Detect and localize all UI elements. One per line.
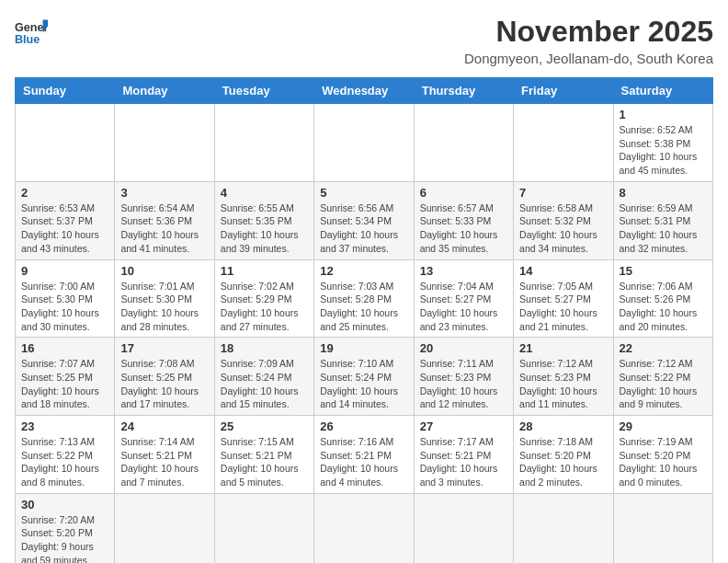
table-row: 23Sunrise: 7:13 AM Sunset: 5:22 PM Dayli…: [16, 416, 115, 494]
day-number: 15: [620, 264, 707, 278]
calendar-week-row: 9Sunrise: 7:00 AM Sunset: 5:30 PM Daylig…: [16, 259, 713, 338]
table-row: [314, 104, 414, 182]
table-row: 15Sunrise: 7:06 AM Sunset: 5:26 PM Dayli…: [613, 259, 712, 338]
day-info: Sunrise: 7:16 AM Sunset: 5:21 PM Dayligh…: [320, 435, 407, 489]
day-info: Sunrise: 6:58 AM Sunset: 5:32 PM Dayligh…: [519, 201, 607, 256]
table-row: 9Sunrise: 7:00 AM Sunset: 5:30 PM Daylig…: [16, 259, 115, 338]
calendar-week-row: 1Sunrise: 6:52 AM Sunset: 5:38 PM Daylig…: [16, 104, 713, 182]
day-info: Sunrise: 7:18 AM Sunset: 5:20 PM Dayligh…: [519, 435, 607, 489]
table-row: [514, 104, 613, 182]
col-sunday: Sunday: [16, 78, 115, 104]
day-info: Sunrise: 7:03 AM Sunset: 5:28 PM Dayligh…: [320, 280, 407, 334]
day-number: 1: [620, 108, 707, 121]
day-number: 6: [420, 186, 507, 200]
table-row: [514, 493, 613, 563]
day-info: Sunrise: 6:53 AM Sunset: 5:37 PM Dayligh…: [21, 201, 108, 256]
day-info: Sunrise: 7:17 AM Sunset: 5:21 PM Dayligh…: [420, 435, 507, 489]
table-row: 10Sunrise: 7:01 AM Sunset: 5:30 PM Dayli…: [115, 259, 214, 338]
table-row: 30Sunrise: 7:20 AM Sunset: 5:20 PM Dayli…: [16, 493, 115, 563]
calendar-week-row: 16Sunrise: 7:07 AM Sunset: 5:25 PM Dayli…: [16, 338, 713, 416]
day-info: Sunrise: 7:15 AM Sunset: 5:21 PM Dayligh…: [221, 435, 308, 489]
table-row: 26Sunrise: 7:16 AM Sunset: 5:21 PM Dayli…: [314, 416, 414, 494]
table-row: 11Sunrise: 7:02 AM Sunset: 5:29 PM Dayli…: [214, 259, 313, 338]
table-row: 5Sunrise: 6:56 AM Sunset: 5:34 PM Daylig…: [314, 181, 414, 259]
day-number: 28: [519, 419, 607, 433]
day-number: 14: [519, 264, 607, 278]
day-info: Sunrise: 7:20 AM Sunset: 5:20 PM Dayligh…: [21, 513, 108, 563]
day-number: 9: [21, 264, 108, 278]
day-number: 8: [620, 186, 707, 200]
svg-text:Blue: Blue: [15, 33, 40, 46]
day-number: 22: [620, 341, 707, 355]
day-number: 29: [620, 419, 707, 433]
logo-icon: General Blue: [15, 15, 48, 48]
table-row: 24Sunrise: 7:14 AM Sunset: 5:21 PM Dayli…: [115, 416, 214, 494]
table-row: 1Sunrise: 6:52 AM Sunset: 5:38 PM Daylig…: [613, 104, 712, 182]
day-number: 27: [420, 419, 507, 433]
day-number: 16: [21, 341, 108, 355]
table-row: 27Sunrise: 7:17 AM Sunset: 5:21 PM Dayli…: [414, 416, 513, 494]
day-info: Sunrise: 7:00 AM Sunset: 5:30 PM Dayligh…: [21, 280, 108, 334]
day-number: 18: [221, 341, 308, 355]
day-number: 5: [320, 186, 407, 200]
table-row: 7Sunrise: 6:58 AM Sunset: 5:32 PM Daylig…: [514, 181, 613, 259]
day-info: Sunrise: 6:59 AM Sunset: 5:31 PM Dayligh…: [620, 201, 707, 256]
day-number: 24: [120, 419, 208, 433]
day-number: 21: [519, 341, 607, 355]
table-row: [214, 493, 313, 563]
day-info: Sunrise: 7:08 AM Sunset: 5:25 PM Dayligh…: [120, 357, 208, 411]
col-saturday: Saturday: [613, 78, 712, 104]
day-number: 7: [519, 186, 607, 200]
table-row: 6Sunrise: 6:57 AM Sunset: 5:33 PM Daylig…: [414, 181, 513, 259]
day-info: Sunrise: 7:19 AM Sunset: 5:20 PM Dayligh…: [620, 435, 707, 489]
day-info: Sunrise: 7:02 AM Sunset: 5:29 PM Dayligh…: [221, 280, 308, 334]
calendar-table: Sunday Monday Tuesday Wednesday Thursday…: [15, 77, 713, 563]
col-wednesday: Wednesday: [314, 78, 414, 104]
day-info: Sunrise: 7:05 AM Sunset: 5:27 PM Dayligh…: [519, 280, 607, 334]
day-number: 11: [221, 264, 308, 278]
day-number: 10: [120, 264, 208, 278]
table-row: 22Sunrise: 7:12 AM Sunset: 5:22 PM Dayli…: [613, 338, 712, 416]
table-row: 2Sunrise: 6:53 AM Sunset: 5:37 PM Daylig…: [16, 181, 115, 259]
day-info: Sunrise: 7:07 AM Sunset: 5:25 PM Dayligh…: [21, 357, 108, 411]
day-number: 4: [221, 186, 308, 200]
table-row: 8Sunrise: 6:59 AM Sunset: 5:31 PM Daylig…: [613, 181, 712, 259]
header-row: Sunday Monday Tuesday Wednesday Thursday…: [16, 78, 713, 104]
day-info: Sunrise: 7:06 AM Sunset: 5:26 PM Dayligh…: [620, 280, 707, 334]
table-row: [314, 493, 414, 563]
location-subtitle: Dongmyeon, Jeollanam-do, South Korea: [464, 51, 713, 66]
logo: General Blue: [15, 15, 50, 48]
table-row: [613, 493, 712, 563]
table-row: 3Sunrise: 6:54 AM Sunset: 5:36 PM Daylig…: [115, 181, 214, 259]
day-number: 12: [320, 264, 407, 278]
day-number: 25: [221, 419, 308, 433]
table-row: 4Sunrise: 6:55 AM Sunset: 5:35 PM Daylig…: [214, 181, 313, 259]
day-number: 26: [320, 419, 407, 433]
day-info: Sunrise: 7:01 AM Sunset: 5:30 PM Dayligh…: [120, 280, 208, 334]
table-row: [214, 104, 313, 182]
calendar-week-row: 23Sunrise: 7:13 AM Sunset: 5:22 PM Dayli…: [16, 416, 713, 494]
day-info: Sunrise: 6:55 AM Sunset: 5:35 PM Dayligh…: [221, 201, 308, 256]
day-number: 30: [21, 498, 108, 511]
table-row: 20Sunrise: 7:11 AM Sunset: 5:23 PM Dayli…: [414, 338, 513, 416]
day-number: 23: [21, 419, 108, 433]
col-friday: Friday: [514, 78, 613, 104]
day-info: Sunrise: 7:12 AM Sunset: 5:22 PM Dayligh…: [620, 357, 707, 411]
day-info: Sunrise: 7:10 AM Sunset: 5:24 PM Dayligh…: [320, 357, 407, 411]
table-row: 12Sunrise: 7:03 AM Sunset: 5:28 PM Dayli…: [314, 259, 414, 338]
table-row: 21Sunrise: 7:12 AM Sunset: 5:23 PM Dayli…: [514, 338, 613, 416]
col-monday: Monday: [115, 78, 214, 104]
page-header: General Blue November 2025 Dongmyeon, Je…: [15, 15, 713, 66]
table-row: 18Sunrise: 7:09 AM Sunset: 5:24 PM Dayli…: [214, 338, 313, 416]
day-number: 3: [120, 186, 208, 200]
day-info: Sunrise: 6:52 AM Sunset: 5:38 PM Dayligh…: [620, 123, 707, 178]
day-number: 13: [420, 264, 507, 278]
day-info: Sunrise: 7:13 AM Sunset: 5:22 PM Dayligh…: [21, 435, 108, 489]
day-info: Sunrise: 6:54 AM Sunset: 5:36 PM Dayligh…: [120, 201, 208, 256]
day-number: 20: [420, 341, 507, 355]
day-info: Sunrise: 6:56 AM Sunset: 5:34 PM Dayligh…: [320, 201, 407, 256]
day-number: 17: [120, 341, 208, 355]
day-info: Sunrise: 6:57 AM Sunset: 5:33 PM Dayligh…: [420, 201, 507, 256]
calendar-week-row: 30Sunrise: 7:20 AM Sunset: 5:20 PM Dayli…: [16, 493, 713, 563]
day-info: Sunrise: 7:11 AM Sunset: 5:23 PM Dayligh…: [420, 357, 507, 411]
